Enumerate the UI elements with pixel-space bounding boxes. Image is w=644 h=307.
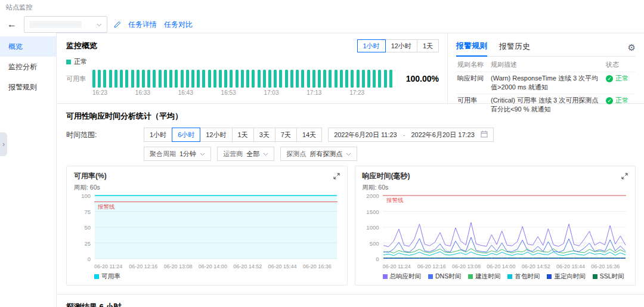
gear-icon[interactable]: ⚙ [628,43,636,52]
range-1d[interactable]: 1天 [232,128,254,142]
sidebar-item-alarm-rules[interactable]: 报警规则 [0,77,56,97]
availability-bar [258,70,261,88]
availability-bar [92,70,95,88]
availability-value: 100.00% [392,74,439,83]
x-tick-label: 06-20 14:00 [199,263,233,269]
availability-bar [98,70,101,88]
probe-point-select[interactable]: 探测点 所有探测点 [280,147,357,161]
chevron-down-icon [346,150,351,157]
task-toolbar: ← 任务详情 任务对比 [6,16,644,33]
range-12h[interactable]: 12小时 [200,128,232,142]
y-tick-label: 500 [370,241,379,247]
aggregation-period-select[interactable]: 聚合周期 1分钟 [144,147,211,161]
x-tick-label: 06-20 12:16 [417,263,452,269]
carrier-select[interactable]: 运营商 全部 [217,147,274,161]
availability-bar [285,70,288,88]
check-icon: ✓ [606,97,613,104]
range-button-1h[interactable]: 1小时 [357,39,386,52]
expand-icon[interactable] [333,173,340,179]
breadcrumb: 站点监控 [6,3,644,12]
y-tick-label: 1000 [366,225,379,231]
x-tick-label: 16:43 [178,89,221,96]
range-3d[interactable]: 3天 [253,128,275,142]
legend-normal-swatch [66,60,71,64]
range-7d[interactable]: 7天 [275,128,297,142]
x-tick-label: 06-20 12:16 [129,263,163,269]
overview-legend: 正常 [66,57,439,66]
x-tick-label: 06-20 14:52 [522,263,556,269]
time-range-row: 时间范围: 1小时 6小时 12小时 1天 3天 7天 14天 2022年6月2… [66,128,636,142]
back-button[interactable]: ← [6,20,18,29]
legend-item[interactable]: DNS时间 [428,272,461,281]
tab-alarm-history[interactable]: 报警历史 [499,39,530,56]
availability-bar [230,70,233,88]
date-range-picker[interactable]: 2022年6月20日 11:23 - 2022年6月20日 17:23 [328,128,494,142]
availability-bar [159,70,162,88]
rule-name: 可用率 [456,94,490,116]
sidebar: 概览 监控分析 报警规则 [0,33,57,307]
sidebar-item-overview[interactable]: 概览 [0,36,56,57]
availability-bar [367,70,370,88]
charts-row: 可用率(%) 周期: 60s 0255075100报警线06-20 11:240… [66,166,636,286]
legend-item[interactable]: 建连时间 [468,272,500,281]
availability-bar [351,70,354,88]
availability-bar [153,70,156,88]
availability-bar [186,70,189,88]
x-tick-label: 16:53 [221,89,264,96]
legend-item[interactable]: 总响应时间 [383,272,422,281]
sidebar-item-analysis[interactable]: 监控分析 [0,57,56,77]
availability-bar [318,70,321,88]
availability-bar [109,70,112,88]
legend-item[interactable]: 可用率 [94,272,120,281]
filters-row: 聚合周期 1分钟 运营商 全部 探测点 所有探测点 [66,147,636,161]
range-6h[interactable]: 6小时 [172,128,200,142]
x-tick-label: 06-20 14:00 [487,263,521,269]
x-tick-label: 17:23 [349,89,392,96]
x-tick-label: 06-20 16:36 [303,263,338,269]
tab-alarm-rules[interactable]: 报警规则 [456,38,487,57]
analysis-range-group: 1小时 6小时 12小时 1天 3天 7天 14天 [144,128,322,142]
task-detail-link[interactable]: 任务详情 [128,20,157,30]
calendar-icon [481,131,488,139]
range-button-1d[interactable]: 1天 [417,39,439,52]
column-header: 规则描述 [490,58,605,72]
monitor-overview-panel: 监控概览 1小时 12小时 1天 正常 可用率 100.00% [57,33,447,103]
task-compare-link[interactable]: 任务对比 [164,20,193,30]
date-end: 2022年6月20日 17:23 [411,131,474,139]
y-tick-label: 0 [376,256,379,262]
rule-name: 响应时间 [456,72,490,94]
x-tick-label: 06-20 16:36 [591,263,626,269]
legend-item[interactable]: SSL时间 [593,272,624,281]
range-button-12h[interactable]: 12小时 [385,39,417,52]
chevron-down-icon [263,150,268,157]
availability-bar [147,70,150,88]
range-1h[interactable]: 1小时 [144,128,172,142]
availability-bar [290,70,293,88]
table-row[interactable]: 可用率 (Critical) 可用率 连续 3 次可用探测点百分比<90 % 就… [456,94,636,116]
legend-item[interactable]: 重定向时间 [547,272,586,281]
range-14d[interactable]: 14天 [296,128,322,142]
availability-bar [120,70,123,88]
availability-bar [202,70,205,88]
legend-item[interactable]: 首包时间 [507,272,540,281]
svg-text:报警线: 报警线 [386,197,404,203]
availability-bar [169,70,172,88]
status-badge: ✓正常 [606,96,634,105]
y-tick-label: 1500 [366,209,379,215]
sidebar-collapse-handle[interactable]: › [0,132,7,156]
overview-title: 监控概览 [66,41,97,51]
availability-bar [197,70,200,88]
availability-bar [378,70,381,88]
task-select[interactable] [24,16,107,33]
availability-bar [191,70,194,88]
availability-bar [137,70,140,88]
table-row[interactable]: 响应时间 (Warn) ResponseTime 连续 3 次平均值>2000 … [456,72,636,94]
availability-bar [357,70,360,88]
availability-bar [362,70,365,88]
availability-bar [103,70,106,88]
availability-bar [175,70,178,88]
expand-icon[interactable] [621,173,628,179]
y-tick-label: 2000 [366,193,379,199]
column-header: 状态 [605,58,636,72]
availability-bar [329,70,332,88]
